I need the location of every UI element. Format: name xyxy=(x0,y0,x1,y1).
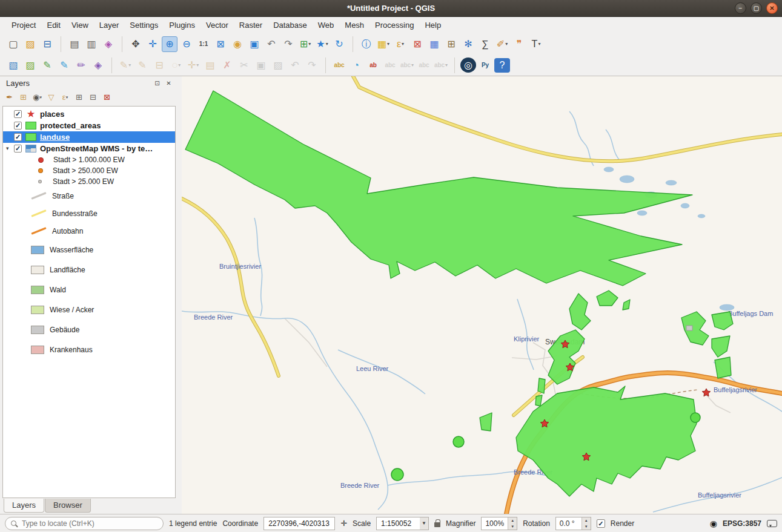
toolbar-button[interactable]: ✎ xyxy=(56,57,72,73)
rotation-down-icon[interactable]: ▼ xyxy=(582,524,591,530)
menu-item[interactable]: Edit xyxy=(41,18,65,32)
dropdown-arrow-icon[interactable]: ▾ xyxy=(128,62,131,68)
toolbar-button[interactable]: ⊠ xyxy=(213,36,228,52)
toolbar-button[interactable]: ▢ xyxy=(5,36,21,52)
toolbar-button[interactable]: 1:1 xyxy=(196,36,211,52)
crs-value[interactable]: EPSG:3857 xyxy=(723,519,761,528)
expand-arrow-icon[interactable]: ▾ xyxy=(6,145,9,151)
legend-item[interactable]: Wasserfläche xyxy=(3,240,175,260)
toolbar-button[interactable]: ▧ xyxy=(5,57,21,73)
toolbar-button[interactable]: ↷ xyxy=(304,57,320,73)
toolbar-button[interactable]: ▦ xyxy=(426,36,442,52)
dropdown-arrow-icon[interactable]: ▾ xyxy=(308,41,311,47)
toolbar-button[interactable]: abc ▾ xyxy=(433,57,449,73)
scale-lock-icon[interactable] xyxy=(434,522,440,527)
dropdown-arrow-icon[interactable]: ▾ xyxy=(411,62,414,68)
toolbar-button[interactable]: ◈ xyxy=(90,57,106,73)
close-button[interactable]: ✕ xyxy=(766,2,778,14)
magnifier-down-icon[interactable]: ▼ xyxy=(508,524,517,530)
minimize-button[interactable]: − xyxy=(735,2,746,14)
legend-item[interactable]: Landfläche xyxy=(3,260,175,280)
toolbar-button[interactable]: ⓘ xyxy=(359,36,374,52)
legend-item[interactable]: Wiese / Acker xyxy=(3,300,175,320)
toolbar-button[interactable]: ⊞ xyxy=(443,36,459,52)
toolbar-button[interactable]: ◈ xyxy=(101,36,116,52)
panel-toolbar-button[interactable]: ⊞ xyxy=(73,91,85,103)
toolbar-button[interactable]: ▤ xyxy=(67,36,82,52)
toolbar-button[interactable]: ▨ xyxy=(22,36,38,52)
panel-toolbar-button[interactable]: ⊞ xyxy=(17,91,30,103)
layer-row[interactable]: ✓ places xyxy=(3,108,175,120)
toolbar-button[interactable]: ◔ xyxy=(348,57,364,73)
panel-close-icon[interactable]: ✕ xyxy=(164,79,173,88)
toolbar-button[interactable]: ab xyxy=(365,57,381,73)
coordinate-box[interactable] xyxy=(263,517,335,530)
toolbar-button[interactable]: ✂ xyxy=(236,57,252,73)
crs-icon[interactable]: ◉ xyxy=(710,519,717,528)
menu-item[interactable]: Database xyxy=(268,18,313,32)
toolbar-button[interactable]: abc ▾ xyxy=(399,57,415,73)
dropdown-arrow-icon[interactable]: ▾ xyxy=(445,62,448,68)
layer-checkbox[interactable]: ✓ xyxy=(14,145,22,153)
menu-item[interactable]: Mesh xyxy=(339,18,369,32)
toolbar-button[interactable]: ⊖ xyxy=(179,36,194,52)
legend-item[interactable]: Stadt > 1.000.000 EW xyxy=(3,154,175,165)
toolbar-button[interactable]: ▣ xyxy=(247,36,262,52)
toolbar-button[interactable]: abc xyxy=(382,57,398,73)
legend-item[interactable]: Gebäude xyxy=(3,320,175,340)
menu-item[interactable]: View xyxy=(66,18,94,32)
toolbar-button[interactable]: ▥ xyxy=(84,36,99,52)
panel-toolbar-button[interactable]: ⊟ xyxy=(87,91,99,103)
legend-item[interactable]: Straße xyxy=(3,187,175,205)
panel-toolbar-button[interactable]: ◉ ▾ xyxy=(31,91,44,103)
toolbar-button[interactable]: ★ ▾ xyxy=(314,36,330,52)
panel-float-icon[interactable]: ⊡ xyxy=(153,79,162,88)
coordinate-input[interactable] xyxy=(267,519,331,528)
toolbar-button[interactable]: ▤ xyxy=(202,57,218,73)
coordinate-extents-toggle-icon[interactable]: ✛ xyxy=(340,519,347,528)
menu-item[interactable]: Vector xyxy=(200,18,234,32)
render-checkbox[interactable] xyxy=(597,519,605,528)
menu-item[interactable]: Processing xyxy=(369,18,419,32)
toolbar-button[interactable]: ❞ xyxy=(511,36,527,52)
toolbar-button[interactable]: ✐ ▾ xyxy=(494,36,510,52)
toolbar-button[interactable]: ✛ ▾ xyxy=(185,57,201,73)
dropdown-arrow-icon[interactable]: ▾ xyxy=(326,41,328,47)
toolbar-button[interactable]: ↶ xyxy=(287,57,303,73)
toolbar-button[interactable]: ◎ xyxy=(460,57,476,73)
panel-tab[interactable]: Layers xyxy=(4,499,44,513)
toolbar-button[interactable]: ✎ xyxy=(39,57,55,73)
layer-checkbox[interactable]: ✓ xyxy=(14,122,22,130)
toolbar-button[interactable]: ◉ xyxy=(230,36,245,52)
toolbar-button[interactable]: ✎ xyxy=(134,57,150,73)
magnifier-up-icon[interactable]: ▲ xyxy=(508,517,517,524)
toolbar-button[interactable]: ⊟ xyxy=(151,57,167,73)
toolbar-button[interactable]: ↶ xyxy=(263,36,279,52)
dropdown-arrow-icon[interactable]: ▾ xyxy=(66,95,68,100)
toolbar-button[interactable]: ∑ xyxy=(477,36,493,52)
panel-toolbar-button[interactable]: ▽ xyxy=(45,91,58,103)
panel-toolbar-button[interactable]: ✒ xyxy=(3,91,16,103)
legend-item[interactable]: Autobahn xyxy=(3,222,175,240)
toolbar-button[interactable]: ✛ xyxy=(145,36,161,52)
dropdown-arrow-icon[interactable]: ▾ xyxy=(505,41,508,47)
layer-checkbox[interactable]: ✓ xyxy=(14,110,22,118)
toolbar-button[interactable]: ↻ xyxy=(331,36,347,52)
map-canvas[interactable]: BruintjiesrivierBreede RiverLeeu RiverKl… xyxy=(182,76,782,514)
toolbar-button[interactable]: ? xyxy=(494,58,510,73)
toolbar-button[interactable]: ✥ xyxy=(128,36,144,52)
rotation-spinbox[interactable]: 0.0 ° ▲▼ xyxy=(555,517,591,530)
dropdown-arrow-icon[interactable]: ▾ xyxy=(196,62,199,68)
toolbar-button[interactable]: ✻ xyxy=(460,36,476,52)
legend-item[interactable]: Stadt > 250.000 EW xyxy=(3,165,175,176)
panel-tab[interactable]: Browser xyxy=(45,499,91,513)
toolbar-button[interactable]: abc xyxy=(416,57,432,73)
layer-checkbox[interactable]: ✓ xyxy=(14,133,22,141)
layer-row[interactable]: ✓ protected_areas xyxy=(3,120,175,131)
rotation-up-icon[interactable]: ▲ xyxy=(582,517,591,524)
locate-search[interactable] xyxy=(5,517,164,530)
legend-item[interactable]: Wald xyxy=(3,280,175,300)
legend-item[interactable]: Krankenhaus xyxy=(3,340,175,360)
toolbar-button[interactable]: ◌ ▾ xyxy=(168,57,184,73)
toolbar-button[interactable]: ✏ xyxy=(73,57,89,73)
